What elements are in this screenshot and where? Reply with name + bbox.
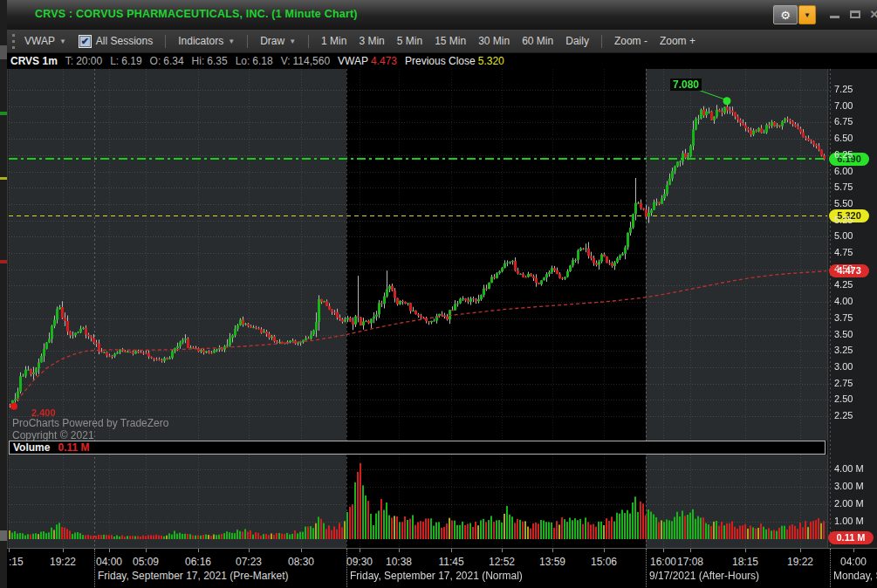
price-tick: 5.00 bbox=[834, 230, 853, 241]
price-tick: 2.50 bbox=[834, 393, 853, 404]
time-tick-mark bbox=[198, 549, 199, 552]
toolbar-item-all-sessions[interactable]: ✔All Sessions bbox=[79, 35, 153, 48]
toolbar-item-3-min[interactable]: 3 Min bbox=[359, 35, 384, 47]
maximize-icon bbox=[850, 10, 860, 18]
toolbar-item-draw[interactable]: Draw▼ bbox=[260, 35, 296, 47]
time-tick-mark bbox=[800, 549, 801, 552]
status-field: Lo:6.18 bbox=[236, 55, 273, 67]
status-field-value: 6.34 bbox=[163, 55, 183, 67]
toolbar-item-label: 30 Min bbox=[478, 35, 510, 47]
time-tick: 11:45 bbox=[438, 556, 463, 568]
toolbar-item-60-min[interactable]: 60 Min bbox=[522, 35, 553, 47]
sliver-fragment bbox=[0, 260, 7, 263]
status-field: O:6.34 bbox=[150, 55, 184, 67]
time-tick: 13:59 bbox=[539, 556, 565, 568]
chart-canvas[interactable] bbox=[8, 69, 877, 548]
toolbar-separator bbox=[601, 35, 602, 48]
volume-tick: 4.00 M bbox=[834, 463, 864, 474]
status-symbol: CRVS 1m bbox=[10, 55, 58, 67]
time-tick-mark bbox=[63, 549, 64, 552]
screen: CRVS : CORVUS PHARMACEUTICALS, INC. (1 M… bbox=[0, 0, 877, 588]
status-vwap-value: 4.473 bbox=[371, 55, 397, 67]
volume-label: Volume bbox=[13, 441, 50, 454]
price-tick: 6.25 bbox=[834, 149, 853, 160]
toolbar-item-indicators[interactable]: Indicators▼ bbox=[178, 35, 235, 47]
status-field-label: L: bbox=[110, 55, 119, 67]
session-divider bbox=[646, 549, 647, 588]
time-tick-mark bbox=[249, 549, 250, 552]
title-bar[interactable]: CRVS : CORVUS PHARMACEUTICALS, INC. (1 M… bbox=[7, 0, 877, 31]
settings-button[interactable]: ⚙ bbox=[773, 5, 798, 24]
volume-tick: 2.00 M bbox=[834, 498, 864, 509]
toolbar-item-5-min[interactable]: 5 Min bbox=[397, 35, 422, 47]
status-field-label: Lo: bbox=[236, 55, 250, 67]
status-field: V:114,560 bbox=[281, 55, 330, 67]
time-tick: 12:52 bbox=[489, 556, 515, 568]
status-field: T:20:00 bbox=[65, 55, 102, 67]
toolbar-item-label: 5 Min bbox=[397, 35, 422, 47]
time-tick-mark bbox=[301, 549, 302, 552]
price-tick: 5.75 bbox=[834, 181, 853, 192]
chevron-down-icon: ▼ bbox=[804, 11, 811, 19]
sliver-fragment bbox=[0, 177, 7, 180]
price-tick: 4.75 bbox=[834, 247, 853, 257]
close-button[interactable]: ✕ bbox=[867, 5, 877, 23]
status-bar: CRVS 1mT:20:00L:6.19O:6.34Hi:6.35Lo:6.18… bbox=[7, 53, 877, 69]
time-tick-mark bbox=[853, 549, 854, 552]
status-field: L:6.19 bbox=[110, 55, 141, 67]
toolbar-item-daily[interactable]: Daily bbox=[565, 35, 589, 47]
toolbar-separator bbox=[247, 35, 248, 48]
status-prev-close-label: Previous Close bbox=[405, 55, 476, 67]
volume-pane-header[interactable]: Volume 0.11 M bbox=[9, 441, 826, 455]
volume-badge: 0.11 M bbox=[828, 531, 874, 544]
sliver-fragment bbox=[0, 112, 7, 115]
background-window-sliver bbox=[0, 0, 7, 588]
gear-icon: ⚙ bbox=[780, 9, 791, 22]
minimize-button[interactable] bbox=[826, 5, 843, 23]
toolbar-item-1-min[interactable]: 1 Min bbox=[321, 35, 346, 47]
toolbar-item-label: All Sessions bbox=[96, 35, 153, 47]
toolbar-item-zoom-[interactable]: Zoom + bbox=[660, 35, 695, 47]
toolbar-item-label: Draw bbox=[260, 35, 284, 47]
status-field-value: 114,560 bbox=[293, 55, 331, 67]
price-tick: 5.25 bbox=[834, 215, 853, 225]
status-field-value: 6.19 bbox=[121, 55, 141, 67]
status-field-label: Hi: bbox=[192, 55, 205, 67]
maximize-button[interactable] bbox=[846, 5, 864, 23]
time-tick: :15 bbox=[9, 556, 24, 568]
toolbar-item-vwap[interactable]: VWAP▼ bbox=[24, 35, 66, 47]
session-divider bbox=[94, 549, 96, 588]
price-tick: 2.75 bbox=[834, 378, 853, 388]
time-tick: 08:30 bbox=[288, 556, 314, 568]
session-high-annotation: 7.080 bbox=[670, 79, 702, 91]
settings-dropdown-button[interactable]: ▼ bbox=[798, 5, 816, 24]
time-tick-mark bbox=[399, 549, 400, 552]
price-tick: 4.00 bbox=[834, 296, 853, 306]
toolbar-item-label: VWAP bbox=[24, 35, 55, 47]
toolbar-item-15-min[interactable]: 15 Min bbox=[435, 35, 466, 47]
status-field: Hi:6.35 bbox=[192, 55, 228, 67]
volume-value: 0.11 M bbox=[58, 441, 89, 454]
status-field-label: V: bbox=[281, 55, 291, 67]
price-tick: 3.75 bbox=[834, 312, 853, 323]
time-tick-mark bbox=[690, 549, 691, 552]
toolbar-drag-handle[interactable] bbox=[12, 34, 17, 49]
time-tick: 04:00 bbox=[840, 556, 867, 568]
toolbar-separator bbox=[165, 35, 166, 48]
volume-tick: 3.00 M bbox=[834, 481, 864, 491]
toolbar-item-label: Daily bbox=[565, 35, 589, 47]
price-tick: 2.25 bbox=[834, 410, 853, 420]
toolbar-item-30-min[interactable]: 30 Min bbox=[478, 35, 510, 47]
status-field-value: 20:00 bbox=[76, 55, 102, 67]
price-tick: 7.25 bbox=[834, 84, 853, 94]
status-field-value: 6.35 bbox=[207, 55, 227, 67]
checkbox-icon[interactable]: ✔ bbox=[79, 35, 92, 48]
time-tick-mark bbox=[109, 549, 110, 552]
toolbar-item-zoom-[interactable]: Zoom - bbox=[614, 35, 647, 47]
session-label: Friday, September 17, 2021 (Normal) bbox=[350, 570, 523, 582]
close-icon: ✕ bbox=[870, 8, 877, 21]
price-tick: 4.50 bbox=[834, 263, 853, 274]
toolbar-item-label: Zoom - bbox=[614, 35, 647, 47]
time-tick: 04:00 bbox=[96, 556, 122, 568]
status-vwap-label: VWAP bbox=[338, 55, 368, 67]
